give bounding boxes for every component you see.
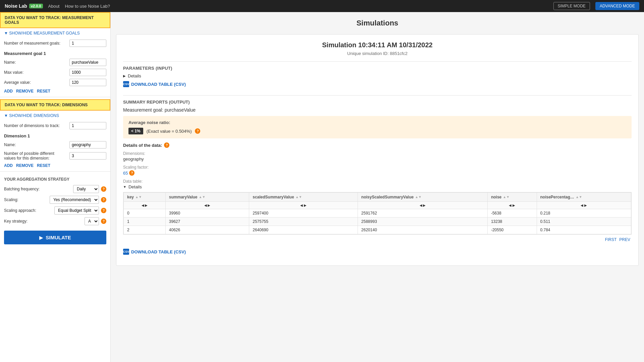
noise-exact: (Exact value = 0.504%) [147, 129, 192, 134]
noise-help-icon[interactable]: ? [195, 128, 200, 134]
brand-logo: Noise Lab v2.0.0 [5, 3, 43, 9]
goal-actions: ADD REMOVE RESET [0, 87, 110, 95]
data-table-label: Data table: [123, 179, 632, 184]
details-of-data-help-icon[interactable]: ? [164, 142, 169, 148]
simulate-label: SIMULATE [46, 235, 71, 240]
table-row: 24062626406902620140-205500.784 [124, 226, 631, 234]
details-of-data-label: Details of the data: ? [123, 142, 632, 148]
cell-noise: 13238 [487, 218, 537, 226]
cell-scaledSummaryValue: 2640690 [249, 226, 358, 234]
goal-max-input[interactable] [69, 69, 106, 76]
right-panel: Simulations Simulation 10:34:11 AM 10/31… [111, 12, 644, 362]
col-scaled-arrows[interactable]: ▲▼ [296, 195, 302, 199]
section1-header: DATA YOU WANT TO TRACK: MEASUREMENT GOAL… [0, 12, 110, 28]
data-table: key ▲▼ summaryValue ▲▼ [123, 192, 631, 234]
scaling-factor-help-icon[interactable]: ? [129, 170, 135, 176]
section2-header: DATA YOU WANT TO TRACK: DIMENSIONS 2. [0, 99, 110, 111]
cell-noisePercentage: 0.784 [537, 226, 631, 234]
dim-actions: ADD REMOVE RESET [0, 162, 110, 169]
num-goals-row: Number of measurement goals: [0, 38, 110, 48]
scaling-row: Scaling: Yes (Recommended) No ? [0, 194, 110, 205]
col-noisy-arrows[interactable]: ▲▼ [415, 195, 422, 199]
cell-summaryValue: 39627 [165, 218, 249, 226]
num-dims-input[interactable] [69, 122, 106, 129]
goal-remove-link[interactable]: REMOVE [16, 89, 34, 94]
scaling-select[interactable]: Yes (Recommended) No [50, 196, 99, 204]
cell-key: 2 [124, 226, 166, 234]
data-table-wrapper: key ▲▼ summaryValue ▲▼ [123, 192, 632, 235]
cell-scaledSummaryValue: 2597400 [249, 209, 358, 218]
dim-remove-link[interactable]: REMOVE [16, 163, 34, 168]
key-strategy-help-icon[interactable]: ? [101, 219, 106, 224]
dim-reset-link[interactable]: RESET [37, 163, 50, 168]
scaling-factor-label: Scaling factor: [123, 165, 632, 170]
dim-name-label: Name: [4, 142, 67, 147]
download-csv-label-top: DOWNLOAD TABLE (CSV) [131, 82, 186, 87]
col-key: key ▲▼ [124, 193, 166, 202]
left-panel: DATA YOU WANT TO TRACK: MEASUREMENT GOAL… [0, 12, 111, 362]
toggle-dimensions[interactable]: SHOW/HIDE DIMENSIONS [4, 113, 106, 118]
goal-name-row: Name: [0, 57, 110, 67]
cell-noisePercentage: 0.511 [537, 218, 631, 226]
col-noise-arrows[interactable]: ▲▼ [503, 195, 509, 199]
dim-add-link[interactable]: ADD [4, 163, 13, 168]
data-table-details-label: Details [128, 184, 142, 189]
cell-scaledSummaryValue: 2575755 [249, 218, 358, 226]
col-noise: noise ▲▼ [487, 193, 537, 202]
cell-noise: -5638 [487, 209, 537, 218]
advanced-mode-button[interactable]: ADVANCED MODE [595, 2, 639, 10]
table-row: 13962725757552588993132380.511 [124, 218, 631, 226]
goal-name-label: Name: [4, 60, 67, 65]
col-summaryValue: summaryValue ▲▼ [165, 193, 249, 202]
batching-select[interactable]: Daily Weekly Monthly [73, 185, 99, 193]
section2-title: DATA YOU WANT TO TRACK: DIMENSIONS [5, 103, 88, 107]
scaling-factor-value: 65 ? [123, 170, 632, 176]
sim-title: Simulation 10:34:11 AM 10/31/2022 [123, 41, 632, 49]
col-noisepct-arrows[interactable]: ▲▼ [576, 195, 582, 199]
pagination-prev[interactable]: PREV [619, 237, 630, 242]
simple-mode-button[interactable]: SIMPLE MODE [553, 2, 590, 10]
goal-avg-label: Average value: [4, 80, 67, 85]
parameters-details-toggle[interactable]: Details [123, 73, 632, 78]
download-csv-button-top[interactable]: CSV DOWNLOAD TABLE (CSV) [123, 81, 186, 87]
version-badge: v2.0.0 [29, 4, 43, 8]
goal-reset-link[interactable]: RESET [37, 89, 50, 94]
scaling-approach-help-icon[interactable]: ? [101, 208, 106, 213]
simulate-button[interactable]: ▶ SIMULATE [4, 231, 106, 244]
dimensions-value: geography [123, 157, 632, 162]
scroll-scaled: ◀ ▶ [249, 202, 358, 209]
col-summary-arrows[interactable]: ▲▼ [199, 195, 206, 199]
key-strategy-select[interactable]: A B C [85, 217, 99, 225]
col-noisePercentage: noisePercentag… ▲▼ [537, 193, 631, 202]
scaling-approach-select[interactable]: Equal Budget Split Custom [54, 206, 99, 215]
about-link[interactable]: About [48, 4, 60, 9]
batching-label: Batching frequency: [4, 187, 71, 191]
details-of-data-text: Details of the data: [123, 143, 162, 148]
brand-name: Noise Lab [5, 3, 27, 9]
toggle-measurement-goals[interactable]: SHOW/HIDE MEASUREMENT GOALS [4, 31, 106, 36]
download-csv-button-bottom[interactable]: CSV DOWNLOAD TABLE (CSV) [123, 249, 186, 255]
cell-noisyScaledSummaryValue: 2591762 [358, 209, 488, 218]
goal-avg-input[interactable] [69, 79, 106, 86]
dim-name-input[interactable] [69, 141, 106, 148]
batching-help-icon[interactable]: ? [101, 186, 106, 192]
table-pagination: FIRST PREV [123, 235, 632, 245]
goal-add-link[interactable]: ADD [4, 89, 13, 94]
data-table-toggle[interactable]: Details [123, 184, 632, 189]
dimensions-label: Dimensions: [123, 151, 632, 156]
how-to-link[interactable]: How to use Noise Lab? [65, 4, 110, 9]
dim-numvalues-label: Number of possible different values for … [4, 151, 67, 161]
batching-row: Batching frequency: Daily Weekly Monthly… [0, 184, 110, 194]
pagination-first[interactable]: FIRST [605, 237, 617, 242]
cell-key: 0 [124, 209, 166, 218]
data-table-section: Data table: Details key ▲▼ [123, 179, 632, 245]
goal-avg-row: Average value: [0, 77, 110, 87]
scaling-factor-number: 65 [123, 171, 128, 176]
num-goals-input[interactable] [69, 40, 106, 47]
noise-ratio-value: < 1% (Exact value = 0.504%) ? [128, 128, 626, 134]
col-key-arrows[interactable]: ▲▼ [135, 195, 142, 199]
goal-name-input[interactable] [69, 59, 106, 66]
scaling-help-icon[interactable]: ? [101, 197, 106, 202]
dim-numvalues-input[interactable] [69, 152, 106, 160]
summary-label: SUMMARY REPORTS (OUTPUT) [123, 95, 632, 107]
